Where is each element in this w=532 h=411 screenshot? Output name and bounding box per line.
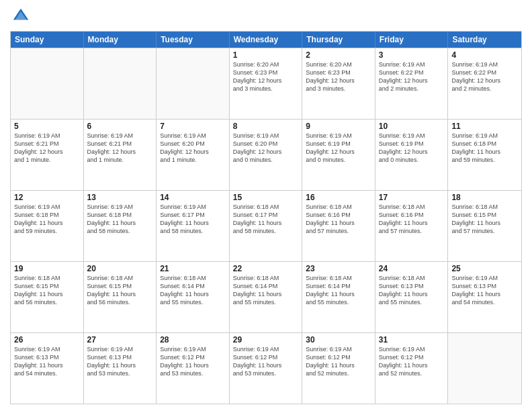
day-info: Sunrise: 6:18 AM Sunset: 6:14 PM Dayligh…	[160, 274, 226, 307]
day-number: 23	[306, 264, 371, 273]
cal-cell	[11, 48, 84, 119]
day-number: 2	[306, 50, 371, 60]
cal-header-sunday: Sunday	[11, 32, 84, 48]
cal-cell	[448, 333, 521, 404]
day-number: 7	[160, 122, 226, 131]
day-number: 9	[306, 122, 371, 131]
day-info: Sunrise: 6:19 AM Sunset: 6:22 PM Dayligh…	[379, 60, 445, 93]
day-info: Sunrise: 6:19 AM Sunset: 6:17 PM Dayligh…	[160, 203, 226, 236]
cal-cell: 10Sunrise: 6:19 AM Sunset: 6:19 PM Dayli…	[375, 120, 449, 190]
cal-week-5: 26Sunrise: 6:19 AM Sunset: 6:13 PM Dayli…	[11, 332, 521, 404]
day-info: Sunrise: 6:18 AM Sunset: 6:16 PM Dayligh…	[379, 203, 445, 236]
calendar-header-row: SundayMondayTuesdayWednesdayThursdayFrid…	[11, 32, 521, 48]
day-number: 16	[306, 193, 371, 202]
cal-cell: 23Sunrise: 6:18 AM Sunset: 6:14 PM Dayli…	[302, 262, 375, 332]
day-info: Sunrise: 6:19 AM Sunset: 6:19 PM Dayligh…	[306, 132, 371, 165]
day-number: 11	[451, 122, 518, 131]
day-info: Sunrise: 6:19 AM Sunset: 6:12 PM Dayligh…	[160, 345, 226, 378]
day-number: 22	[233, 264, 299, 273]
cal-week-1: 1Sunrise: 6:20 AM Sunset: 6:23 PM Daylig…	[11, 48, 521, 119]
cal-cell: 31Sunrise: 6:19 AM Sunset: 6:12 PM Dayli…	[375, 333, 449, 404]
day-number: 31	[379, 335, 445, 345]
day-number: 5	[14, 122, 80, 131]
day-number: 27	[87, 335, 153, 345]
cal-cell: 3Sunrise: 6:19 AM Sunset: 6:22 PM Daylig…	[375, 48, 449, 119]
day-number: 24	[379, 264, 445, 273]
cal-cell: 12Sunrise: 6:19 AM Sunset: 6:18 PM Dayli…	[11, 191, 84, 261]
calendar: SundayMondayTuesdayWednesdayThursdayFrid…	[10, 31, 522, 404]
day-info: Sunrise: 6:20 AM Sunset: 6:23 PM Dayligh…	[306, 60, 371, 93]
day-number: 26	[14, 335, 80, 345]
cal-cell: 4Sunrise: 6:19 AM Sunset: 6:22 PM Daylig…	[448, 48, 521, 119]
day-number: 8	[233, 122, 299, 131]
day-number: 25	[451, 264, 518, 273]
day-info: Sunrise: 6:18 AM Sunset: 6:16 PM Dayligh…	[306, 203, 371, 236]
cal-cell: 17Sunrise: 6:18 AM Sunset: 6:16 PM Dayli…	[375, 191, 449, 261]
day-info: Sunrise: 6:19 AM Sunset: 6:13 PM Dayligh…	[87, 345, 153, 378]
calendar-body: 1Sunrise: 6:20 AM Sunset: 6:23 PM Daylig…	[11, 48, 521, 404]
cal-header-monday: Monday	[84, 32, 157, 48]
header	[10, 7, 522, 26]
day-number: 17	[379, 193, 445, 202]
day-number: 3	[379, 50, 445, 60]
day-info: Sunrise: 6:19 AM Sunset: 6:12 PM Dayligh…	[379, 345, 445, 378]
day-info: Sunrise: 6:19 AM Sunset: 6:18 PM Dayligh…	[451, 132, 518, 165]
cal-cell: 20Sunrise: 6:18 AM Sunset: 6:15 PM Dayli…	[84, 262, 157, 332]
day-info: Sunrise: 6:18 AM Sunset: 6:15 PM Dayligh…	[14, 274, 80, 307]
day-info: Sunrise: 6:19 AM Sunset: 6:19 PM Dayligh…	[379, 132, 445, 165]
day-info: Sunrise: 6:19 AM Sunset: 6:13 PM Dayligh…	[451, 274, 518, 307]
cal-cell: 19Sunrise: 6:18 AM Sunset: 6:15 PM Dayli…	[11, 262, 84, 332]
cal-cell: 11Sunrise: 6:19 AM Sunset: 6:18 PM Dayli…	[448, 120, 521, 190]
cal-cell	[157, 48, 230, 119]
cal-week-3: 12Sunrise: 6:19 AM Sunset: 6:18 PM Dayli…	[11, 190, 521, 261]
day-info: Sunrise: 6:19 AM Sunset: 6:12 PM Dayligh…	[233, 345, 299, 378]
day-number: 15	[233, 193, 299, 202]
day-number: 1	[233, 50, 299, 60]
day-info: Sunrise: 6:20 AM Sunset: 6:23 PM Dayligh…	[233, 60, 299, 93]
cal-header-tuesday: Tuesday	[157, 32, 230, 48]
cal-week-4: 19Sunrise: 6:18 AM Sunset: 6:15 PM Dayli…	[11, 261, 521, 332]
cal-week-2: 5Sunrise: 6:19 AM Sunset: 6:21 PM Daylig…	[11, 119, 521, 190]
day-info: Sunrise: 6:18 AM Sunset: 6:14 PM Dayligh…	[306, 274, 371, 307]
logo-area	[10, 7, 30, 26]
day-info: Sunrise: 6:18 AM Sunset: 6:15 PM Dayligh…	[87, 274, 153, 307]
cal-cell: 9Sunrise: 6:19 AM Sunset: 6:19 PM Daylig…	[302, 120, 375, 190]
day-info: Sunrise: 6:19 AM Sunset: 6:13 PM Dayligh…	[14, 345, 80, 378]
day-number: 30	[306, 335, 371, 345]
cal-cell: 22Sunrise: 6:18 AM Sunset: 6:14 PM Dayli…	[230, 262, 303, 332]
day-info: Sunrise: 6:18 AM Sunset: 6:17 PM Dayligh…	[233, 203, 299, 236]
cal-cell	[84, 48, 157, 119]
cal-cell: 2Sunrise: 6:20 AM Sunset: 6:23 PM Daylig…	[302, 48, 375, 119]
day-number: 10	[379, 122, 445, 131]
day-info: Sunrise: 6:19 AM Sunset: 6:18 PM Dayligh…	[87, 203, 153, 236]
day-number: 18	[451, 193, 518, 202]
day-number: 6	[87, 122, 153, 131]
cal-cell: 15Sunrise: 6:18 AM Sunset: 6:17 PM Dayli…	[230, 191, 303, 261]
day-number: 19	[14, 264, 80, 273]
day-number: 14	[160, 193, 226, 202]
cal-cell: 1Sunrise: 6:20 AM Sunset: 6:23 PM Daylig…	[230, 48, 303, 119]
day-info: Sunrise: 6:19 AM Sunset: 6:22 PM Dayligh…	[451, 60, 518, 93]
day-info: Sunrise: 6:19 AM Sunset: 6:20 PM Dayligh…	[233, 132, 299, 165]
cal-cell: 28Sunrise: 6:19 AM Sunset: 6:12 PM Dayli…	[157, 333, 230, 404]
cal-cell: 25Sunrise: 6:19 AM Sunset: 6:13 PM Dayli…	[448, 262, 521, 332]
day-number: 28	[160, 335, 226, 345]
day-info: Sunrise: 6:19 AM Sunset: 6:21 PM Dayligh…	[87, 132, 153, 165]
day-info: Sunrise: 6:19 AM Sunset: 6:12 PM Dayligh…	[306, 345, 371, 378]
day-info: Sunrise: 6:19 AM Sunset: 6:21 PM Dayligh…	[14, 132, 80, 165]
cal-cell: 13Sunrise: 6:19 AM Sunset: 6:18 PM Dayli…	[84, 191, 157, 261]
cal-cell: 29Sunrise: 6:19 AM Sunset: 6:12 PM Dayli…	[230, 333, 303, 404]
cal-cell: 21Sunrise: 6:18 AM Sunset: 6:14 PM Dayli…	[157, 262, 230, 332]
cal-cell: 8Sunrise: 6:19 AM Sunset: 6:20 PM Daylig…	[230, 120, 303, 190]
day-number: 20	[87, 264, 153, 273]
cal-cell: 5Sunrise: 6:19 AM Sunset: 6:21 PM Daylig…	[11, 120, 84, 190]
day-info: Sunrise: 6:18 AM Sunset: 6:14 PM Dayligh…	[233, 274, 299, 307]
cal-cell: 27Sunrise: 6:19 AM Sunset: 6:13 PM Dayli…	[84, 333, 157, 404]
cal-cell: 16Sunrise: 6:18 AM Sunset: 6:16 PM Dayli…	[302, 191, 375, 261]
day-number: 21	[160, 264, 226, 273]
cal-cell: 6Sunrise: 6:19 AM Sunset: 6:21 PM Daylig…	[84, 120, 157, 190]
cal-cell: 26Sunrise: 6:19 AM Sunset: 6:13 PM Dayli…	[11, 333, 84, 404]
cal-header-friday: Friday	[375, 32, 449, 48]
day-info: Sunrise: 6:19 AM Sunset: 6:20 PM Dayligh…	[160, 132, 226, 165]
cal-header-thursday: Thursday	[302, 32, 375, 48]
